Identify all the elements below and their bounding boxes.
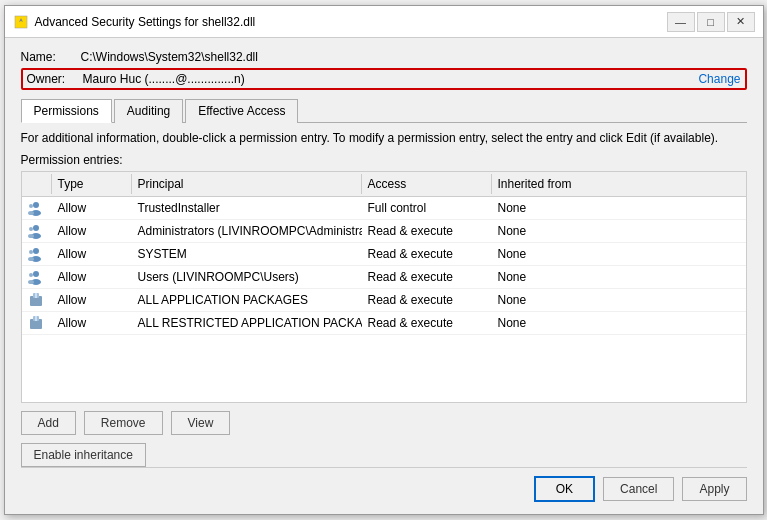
row-principal: Users (LIVINROOMPC\Users) (132, 266, 362, 288)
cancel-button[interactable]: Cancel (603, 477, 674, 501)
svg-point-13 (33, 271, 39, 277)
maximize-button[interactable]: □ (697, 12, 725, 32)
permission-entries-label: Permission entries: (21, 153, 747, 167)
table-row[interactable]: AllowSYSTEMRead & executeNone (22, 243, 746, 266)
table-row[interactable]: AllowALL APPLICATION PACKAGESRead & exec… (22, 289, 746, 312)
row-icon-cell (22, 289, 52, 311)
name-label: Name: (21, 50, 81, 64)
content-area: Name: C:\Windows\System32\shell32.dll Ow… (5, 38, 763, 514)
svg-point-9 (33, 248, 39, 254)
user-group-icon (28, 269, 44, 285)
user-group-icon (28, 246, 44, 262)
row-principal: TrustedInstaller (132, 197, 362, 219)
svg-point-3 (29, 204, 33, 208)
package-icon (28, 315, 44, 331)
add-button[interactable]: Add (21, 411, 76, 435)
table-header: Type Principal Access Inherited from (22, 172, 746, 197)
owner-label: Owner: (27, 72, 83, 86)
tab-bar: Permissions Auditing Effective Access (21, 98, 747, 123)
window-controls: — □ ✕ (667, 12, 755, 32)
change-owner-link[interactable]: Change (698, 72, 740, 86)
name-row: Name: C:\Windows\System32\shell32.dll (21, 50, 747, 64)
header-type: Type (52, 174, 132, 194)
window-title: Advanced Security Settings for shell32.d… (35, 15, 667, 29)
row-icon-cell (22, 266, 52, 288)
svg-point-12 (28, 257, 34, 261)
row-inherited: None (492, 266, 632, 288)
row-inherited: None (492, 312, 632, 334)
row-type: Allow (52, 289, 132, 311)
svg-point-5 (33, 225, 39, 231)
row-access: Read & execute (362, 243, 492, 265)
row-inherited: None (492, 243, 632, 265)
inheritance-row: Enable inheritance (21, 443, 747, 467)
row-inherited: None (492, 289, 632, 311)
row-principal: Administrators (LIVINROOMPC\Administra..… (132, 220, 362, 242)
tab-auditing[interactable]: Auditing (114, 99, 183, 123)
svg-point-4 (28, 211, 34, 215)
svg-point-7 (29, 227, 33, 231)
close-button[interactable]: ✕ (727, 12, 755, 32)
row-type: Allow (52, 266, 132, 288)
view-button[interactable]: View (171, 411, 231, 435)
row-type: Allow (52, 220, 132, 242)
row-icon-cell (22, 197, 52, 219)
svg-point-11 (29, 250, 33, 254)
package-icon (28, 292, 44, 308)
row-type: Allow (52, 197, 132, 219)
minimize-button[interactable]: — (667, 12, 695, 32)
row-principal: SYSTEM (132, 243, 362, 265)
owner-value: Mauro Huc (........@..............n) (83, 72, 695, 86)
ok-button[interactable]: OK (534, 476, 595, 502)
row-access: Read & execute (362, 289, 492, 311)
header-access: Access (362, 174, 492, 194)
header-inherited: Inherited from (492, 174, 632, 194)
name-value: C:\Windows\System32\shell32.dll (81, 50, 258, 64)
row-inherited: None (492, 197, 632, 219)
svg-point-1 (33, 202, 39, 208)
action-buttons: Add Remove View (21, 411, 747, 435)
table-body: AllowTrustedInstallerFull controlNone Al… (22, 197, 746, 335)
row-type: Allow (52, 312, 132, 334)
svg-rect-0 (15, 16, 27, 28)
footer: OK Cancel Apply (21, 467, 747, 502)
owner-row: Owner: Mauro Huc (........@.............… (21, 68, 747, 90)
tab-permissions[interactable]: Permissions (21, 99, 112, 123)
enable-inheritance-button[interactable]: Enable inheritance (21, 443, 146, 467)
permissions-table: Type Principal Access Inherited from All… (21, 171, 747, 403)
description-text: For additional information, double-click… (21, 131, 747, 145)
table-row[interactable]: AllowAdministrators (LIVINROOMPC\Adminis… (22, 220, 746, 243)
header-principal: Principal (132, 174, 362, 194)
row-principal: ALL RESTRICTED APPLICATION PACKAGES (132, 312, 362, 334)
tab-effective-access[interactable]: Effective Access (185, 99, 298, 123)
apply-button[interactable]: Apply (682, 477, 746, 501)
row-icon-cell (22, 220, 52, 242)
table-row[interactable]: AllowTrustedInstallerFull controlNone (22, 197, 746, 220)
user-group-icon (28, 200, 44, 216)
table-row[interactable]: AllowALL RESTRICTED APPLICATION PACKAGES… (22, 312, 746, 335)
svg-point-15 (29, 273, 33, 277)
row-icon-cell (22, 243, 52, 265)
row-access: Full control (362, 197, 492, 219)
window-icon (13, 14, 29, 30)
row-icon-cell (22, 312, 52, 334)
svg-point-16 (28, 280, 34, 284)
titlebar: Advanced Security Settings for shell32.d… (5, 6, 763, 38)
svg-point-8 (28, 234, 34, 238)
table-row[interactable]: AllowUsers (LIVINROOMPC\Users)Read & exe… (22, 266, 746, 289)
row-access: Read & execute (362, 266, 492, 288)
user-group-icon (28, 223, 44, 239)
header-icon (22, 174, 52, 194)
row-access: Read & execute (362, 220, 492, 242)
row-principal: ALL APPLICATION PACKAGES (132, 289, 362, 311)
main-window: Advanced Security Settings for shell32.d… (4, 5, 764, 515)
row-inherited: None (492, 220, 632, 242)
row-access: Read & execute (362, 312, 492, 334)
row-type: Allow (52, 243, 132, 265)
remove-button[interactable]: Remove (84, 411, 163, 435)
